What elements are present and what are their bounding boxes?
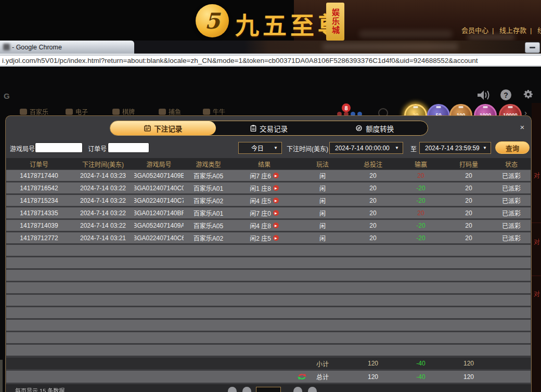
cell-round_no: BGA022407140C7: [134, 197, 184, 204]
play-video-button[interactable]: ▶: [273, 235, 279, 241]
tab-credit-transfer[interactable]: 额度转换: [322, 121, 428, 135]
table-row: 141787152342024-7-14 03:22BGA022407140C7…: [6, 195, 531, 206]
last-page-button[interactable]: [308, 387, 317, 392]
date-to-picker[interactable]: 2024-7-14 23:59:59▼: [419, 142, 491, 154]
column-header: 打码量: [445, 160, 492, 168]
cell-play: 闲: [295, 221, 350, 230]
tab-bet-records[interactable]: 下注记录: [110, 121, 216, 135]
minimize-button[interactable]: [525, 42, 540, 53]
empty-table-row: [6, 257, 531, 268]
nav-online-deposit[interactable]: 线上存款: [499, 27, 526, 34]
nav-item-fishing[interactable]: 捕鱼: [159, 107, 181, 116]
url-input[interactable]: i.ydjol.com/h5V01/pc/index.html?return=a…: [0, 55, 541, 66]
play-video-button[interactable]: ▶: [273, 173, 279, 178]
cell-result: 闲1 庄8▶: [233, 184, 295, 192]
search-button[interactable]: 查询: [495, 141, 530, 154]
empty-table-row: [6, 332, 531, 343]
blurred-content: [467, 34, 515, 40]
cell-round_no: BGA0524071409A: [134, 222, 184, 229]
subtotal-row: 小计120-40120: [6, 358, 531, 369]
help-icon[interactable]: [500, 89, 511, 100]
nav-separator: |: [530, 27, 532, 34]
top-nav: 会员中心| 线上存款| 线: [461, 25, 541, 35]
cell-bet_time: 2024-7-14 03:21: [72, 234, 134, 242]
play-video-button[interactable]: ▶: [273, 223, 279, 228]
result-text: 闲7 庄0: [250, 208, 271, 217]
tab-transaction-records[interactable]: 交易记录: [216, 121, 321, 135]
modal-tabs: 下注记录 交易记录 额度转换: [110, 121, 428, 136]
cell-turnover: 20: [445, 210, 492, 217]
cell-win: -20: [396, 185, 445, 192]
game-round-label: 游戏局号: [10, 144, 35, 153]
bet-time-label: 下注时间(美东): [287, 144, 328, 153]
result-text: 闲1 庄8: [250, 184, 271, 192]
first-page-button[interactable]: [228, 387, 237, 392]
underlay-text-fragment: 对: [534, 171, 540, 179]
nav-truncated-link[interactable]: 线: [537, 27, 541, 34]
close-icon[interactable]: ×: [518, 122, 527, 132]
play-video-button[interactable]: ▶: [273, 185, 279, 191]
cell-game_type: 百家乐A01: [184, 208, 233, 217]
column-header: 玩法: [295, 160, 350, 168]
underlay-text-fragment: 对: [534, 289, 540, 298]
cell-turnover: 20: [445, 172, 492, 179]
provider-logo-fragment: G: [4, 92, 10, 100]
cell-order_no: 14178714039: [6, 222, 72, 229]
site-header: 5 九五至尊 娱乐城 会员中心| 线上存款| 线: [0, 0, 541, 41]
empty-table-row: [6, 307, 531, 318]
play-video-button[interactable]: ▶: [273, 210, 279, 216]
empty-table-row: [6, 270, 531, 281]
cell-play: 闲: [295, 233, 350, 242]
game-round-input[interactable]: [35, 142, 83, 153]
cell-status: 已派彩: [492, 171, 531, 180]
underlay-divider: [532, 223, 541, 223]
result-text: 闲2 庄5: [250, 233, 271, 242]
bet-records-table: 订单号下注时间(美东)游戏局号游戏类型结果玩法总投注输赢打码量状态1417871…: [6, 158, 531, 383]
nav-item-niuniu[interactable]: 牛牛: [203, 107, 225, 116]
settings-gear-icon[interactable]: [522, 88, 534, 102]
chevron-down-icon: ▼: [483, 146, 491, 150]
total-row: 总计120-40120: [6, 371, 531, 383]
prev-page-button[interactable]: [242, 387, 251, 392]
column-header: 总投注: [350, 160, 396, 168]
coin-transfer-icon: [355, 125, 363, 132]
cell-win: 20: [396, 210, 445, 217]
result-text: 闲4 庄8: [250, 221, 271, 230]
cell-round_no: BGA012407140C0: [134, 185, 184, 192]
clipboard-icon: [250, 125, 256, 132]
column-header: 订单号: [6, 160, 72, 168]
underlay-text-fragment: 对: [534, 237, 540, 246]
date-range-select[interactable]: 今日▼: [238, 142, 282, 154]
cell-result: 闲4 庄5▶: [233, 196, 295, 205]
cell-turnover: 20: [445, 185, 492, 192]
nav-item-baccarat[interactable]: 百家乐: [20, 107, 48, 116]
play-video-button[interactable]: ▶: [273, 198, 279, 203]
next-page-button[interactable]: [293, 387, 302, 392]
cell-win: -20: [396, 197, 445, 204]
underlay-divider: [532, 276, 541, 276]
nav-member-center[interactable]: 会员中心: [461, 27, 488, 34]
cell-status: 已派彩: [492, 233, 531, 242]
cell-play: 闲: [295, 184, 350, 192]
table-row: 141787127722024-7-14 03:21BGA022407140C6…: [6, 232, 531, 243]
volume-icon[interactable]: [478, 89, 491, 103]
underlay-edge: [0, 360, 3, 392]
order-no-label: 订单号: [88, 144, 107, 153]
refresh-icon[interactable]: [298, 373, 306, 382]
cell-order_no: 14178717440: [6, 172, 72, 179]
cell-turnover: 20: [445, 222, 492, 229]
browser-urlbar: i.ydjol.com/h5V01/pc/index.html?return=a…: [0, 54, 541, 67]
table-row: 141787140392024-7-14 03:22BGA0524071409A…: [6, 220, 531, 231]
bet-records-modal: 下注记录 交易记录 额度转换 × 游戏局号 订单号 今日▼ 下注时间(美东) 2…: [5, 115, 532, 392]
summary-total-bet: 120: [350, 360, 396, 367]
column-header: 下注时间(美东): [72, 160, 134, 168]
date-from-picker[interactable]: 2024-7-14 00:00:00▼: [329, 142, 403, 154]
page-input[interactable]: [256, 387, 281, 392]
cell-turnover: 20: [445, 197, 492, 204]
nav-item-cards[interactable]: 棋牌: [112, 107, 135, 116]
summary-label: 小计: [295, 359, 350, 368]
cell-play: 闲: [295, 196, 350, 205]
category-icon: [112, 109, 120, 115]
order-no-input[interactable]: [108, 142, 149, 153]
nav-item-slots[interactable]: 电子: [66, 107, 88, 116]
